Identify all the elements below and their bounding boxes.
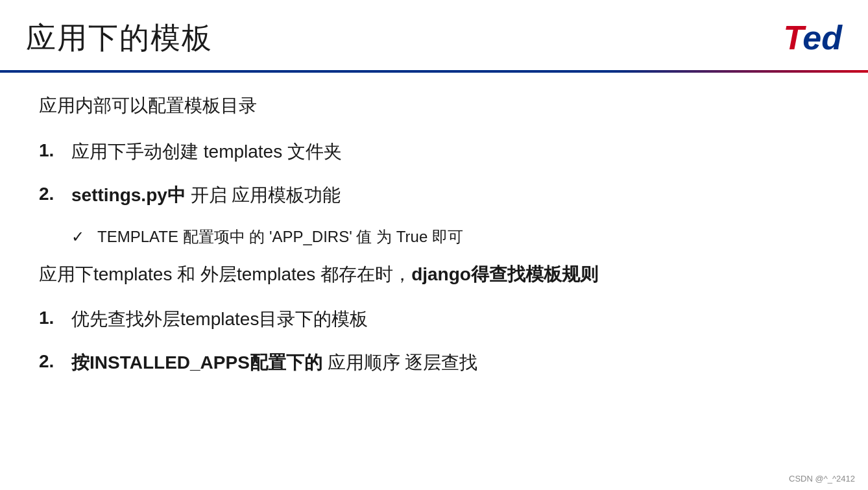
list-content-2: settings.py中 开启 应用模板功能 [71, 182, 341, 208]
list-item-3: 1. 优先查找外层templates目录下的模板 [39, 306, 829, 332]
list-item-1: 1. 应用下手动创建 templates 文件夹 [39, 139, 829, 164]
sub-item-1: ✓ TEMPLATE 配置项中 的 'APP_DIRS' 值 为 True 即可 [71, 226, 829, 248]
list-content-1: 应用下手动创建 templates 文件夹 [71, 139, 342, 164]
logo: Ted [783, 18, 842, 55]
list-content-3: 优先查找外层templates目录下的模板 [71, 306, 368, 332]
list-number-1: 1. [39, 139, 71, 161]
list-content-4: 按INSTALLED_APPS配置下的 应用顺序 逐层查找 [71, 350, 477, 375]
logo-icon: Ted [783, 21, 842, 55]
page-title: 应用下的模板 [26, 18, 213, 58]
list-number-4: 2. [39, 350, 71, 372]
list-item-2: 2. settings.py中 开启 应用模板功能 [39, 182, 829, 208]
main-content: 应用内部可以配置模板目录 1. 应用下手动创建 templates 文件夹 2.… [0, 73, 868, 375]
section-title: 应用下templates 和 外层templates 都存在时，django得查… [39, 261, 829, 288]
sub-content-1: TEMPLATE 配置项中 的 'APP_DIRS' 值 为 True 即可 [97, 226, 463, 248]
list-number-3: 1. [39, 306, 71, 328]
checkmark-icon: ✓ [71, 226, 97, 246]
list-item-4: 2. 按INSTALLED_APPS配置下的 应用顺序 逐层查找 [39, 350, 829, 375]
list-number-2: 2. [39, 182, 71, 204]
intro-text: 应用内部可以配置模板目录 [39, 93, 829, 118]
header: 应用下的模板 Ted [0, 0, 868, 58]
footer-text: CSDN @^_^2412 [789, 474, 855, 484]
